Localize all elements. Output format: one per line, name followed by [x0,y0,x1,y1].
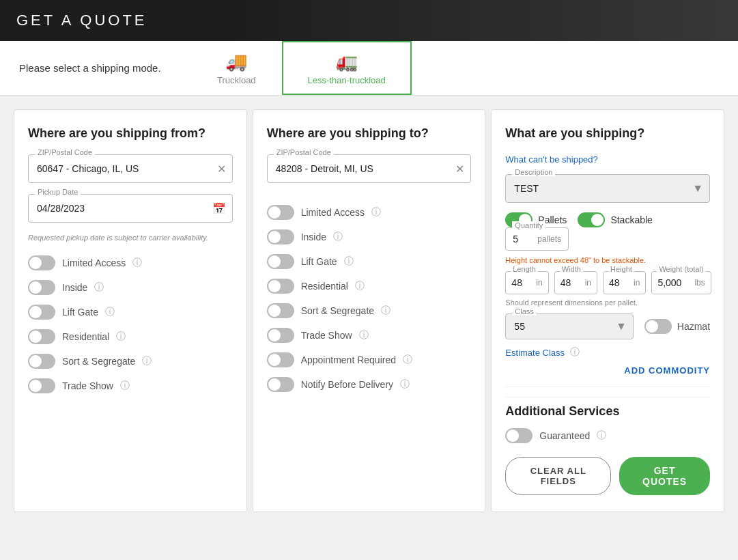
info-inside-from[interactable]: ⓘ [94,281,104,294]
mode-ltl-label: Less-than-truckload [308,75,386,85]
class-label: Class [512,307,537,316]
info-notify-before-delivery[interactable]: ⓘ [400,378,410,391]
ltl-icon: 🚛 [336,51,358,72]
estimate-class-link[interactable]: Estimate Class [505,348,565,358]
shipping-panel-title: What are you shipping? [505,126,710,141]
toggle-hazmat[interactable] [644,319,672,334]
info-guaranteed[interactable]: ⓘ [597,430,606,442]
info-limited-access-from[interactable]: ⓘ [132,257,142,269]
info-lift-gate-to[interactable]: ⓘ [344,255,354,268]
toggle-notify-before-delivery[interactable] [267,377,294,392]
toggle-residential-to[interactable] [267,279,294,294]
class-select[interactable]: 55 50 60 65 [505,313,633,339]
from-zip-label: ZIP/Postal Code [35,148,95,156]
quantity-unit: pallets [537,234,561,244]
info-limited-access-to[interactable]: ⓘ [371,206,381,219]
info-trade-show-from[interactable]: ⓘ [120,380,130,392]
shipping-mode-prompt: Please select a shipping mode. [0,62,191,74]
description-select[interactable]: TEST [505,174,710,203]
to-zip-group: ZIP/Postal Code ✕ [267,154,472,183]
info-sort-segregate-from[interactable]: ⓘ [142,355,152,367]
stackable-note: Height cannot exceed 48" to be stackable… [505,256,710,264]
toggle-trade-show-from[interactable] [28,378,55,393]
width-input[interactable] [560,277,582,288]
toggle-appointment-required[interactable] [267,352,294,367]
mode-truckload[interactable]: 🚚 Truckload [191,41,282,95]
additional-services-title: Additional Services [505,397,710,419]
to-panel-title: Where are you shipping to? [267,126,472,141]
height-input[interactable] [609,277,631,288]
from-date-input[interactable] [28,194,233,223]
toggle-row-residential-to: Residential ⓘ [267,279,472,294]
length-group: Length in [505,271,548,294]
quantity-input[interactable] [513,234,535,244]
class-group: Class 55 50 60 65 ▼ [505,313,633,339]
bottom-buttons: CLEAR ALL FIELDS GET QUOTES [505,457,710,495]
label-residential-to: Residential [301,281,348,292]
toggle-residential-from[interactable] [28,329,55,344]
label-appointment-required: Appointment Required [301,354,396,365]
clear-all-button[interactable]: CLEAR ALL FIELDS [505,457,611,495]
add-commodity-button[interactable]: ADD COMMODITY [505,365,710,376]
info-sort-segregate-to[interactable]: ⓘ [381,305,391,317]
toggle-limited-access-from[interactable] [28,255,55,270]
length-input[interactable] [511,277,533,288]
toggle-row-trade-show-from: Trade Show ⓘ [28,378,233,393]
toggle-row-inside-from: Inside ⓘ [28,280,233,295]
toggle-trade-show-to[interactable] [267,328,294,343]
toggle-guaranteed[interactable] [505,428,533,443]
label-sort-segregate-to: Sort & Segregate [301,305,374,316]
cant-ship-link[interactable]: What can't be shipped? [505,154,710,165]
weight-group: Weight (total) lbs [651,271,711,294]
info-estimate-class[interactable]: ⓘ [570,346,580,359]
from-date-group: Pickup Date 📅 [28,194,233,223]
from-zip-clear-icon[interactable]: ✕ [217,163,226,176]
toggle-sort-segregate-from[interactable] [28,354,55,369]
width-unit: in [585,278,591,288]
toggle-row-guaranteed: Guaranteed ⓘ [505,428,710,443]
toggle-lift-gate-from[interactable] [28,305,55,320]
toggle-limited-access-to[interactable] [267,205,294,220]
truckload-icon: 🚚 [225,51,247,72]
toggle-row-sort-segregate-from: Sort & Segregate ⓘ [28,354,233,369]
info-lift-gate-from[interactable]: ⓘ [105,306,115,318]
main-content: Where are you shipping from? ZIP/Postal … [0,96,738,526]
pickup-note: Requested pickup date is subject to carr… [28,234,233,242]
to-zip-input[interactable] [267,154,472,183]
from-date-label: Pickup Date [35,188,81,196]
toggle-lift-gate-to[interactable] [267,254,294,269]
mode-truckload-label: Truckload [217,75,256,85]
weight-input[interactable] [657,277,692,288]
toggle-row-appointment-required: Appointment Required ⓘ [267,352,472,367]
from-zip-input[interactable] [28,154,233,183]
pallets-stack-row: Pallets Stackable Quantity pallets [505,212,710,251]
length-unit: in [536,278,542,288]
width-label: Width [560,265,583,273]
info-residential-to[interactable]: ⓘ [355,280,365,292]
to-zip-clear-icon[interactable]: ✕ [455,163,464,176]
toggle-inside-from[interactable] [28,280,55,295]
description-group: Description TEST ▼ [505,174,710,203]
toggle-sort-segregate-to[interactable] [267,303,294,318]
get-quotes-button[interactable]: GET QUOTES [619,457,710,495]
quantity-label: Quantity [512,221,545,229]
info-residential-from[interactable]: ⓘ [116,331,126,343]
toggle-row-inside-to: Inside ⓘ [267,229,472,244]
hazmat-row: Hazmat [644,319,710,334]
from-date-calendar-icon[interactable]: 📅 [212,202,226,215]
weight-label: Weight (total) [657,265,705,273]
label-limited-access-to: Limited Access [301,207,365,218]
label-limited-access-from: Limited Access [62,257,126,268]
info-inside-to[interactable]: ⓘ [333,231,343,243]
length-label: Length [511,265,538,273]
from-panel-title: Where are you shipping from? [28,126,233,141]
info-trade-show-to[interactable]: ⓘ [359,329,369,341]
width-group: Width in [554,271,597,294]
toggle-stackable[interactable] [578,212,605,227]
toggle-inside-to[interactable] [267,229,294,244]
mode-ltl[interactable]: 🚛 Less-than-truckload [282,41,412,95]
from-panel: Where are you shipping from? ZIP/Postal … [14,109,247,512]
toggle-row-residential-from: Residential ⓘ [28,329,233,344]
info-appointment-required[interactable]: ⓘ [403,354,412,366]
from-zip-group: ZIP/Postal Code ✕ [28,154,233,183]
